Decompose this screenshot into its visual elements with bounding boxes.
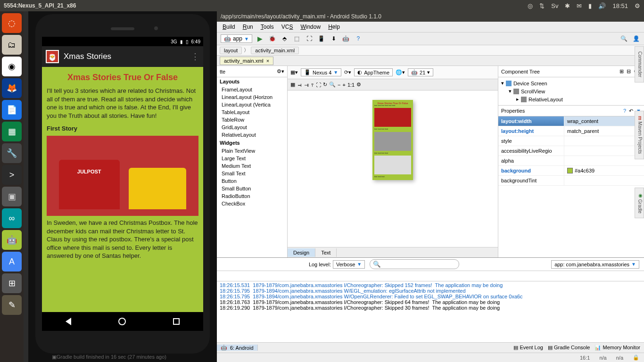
session-icon[interactable]: ⚙ <box>635 2 640 9</box>
palette-item[interactable]: Large Text <box>217 155 287 162</box>
launcher-settings-icon[interactable]: 🔧 <box>2 143 22 163</box>
align-left-icon[interactable]: ⫤ <box>297 82 302 88</box>
prop-key[interactable]: accessibilityLiveRegio <box>498 146 564 156</box>
nav-back-icon[interactable] <box>66 318 71 325</box>
ddms-icon[interactable]: 🤖 <box>342 34 350 43</box>
tool2-icon[interactable]: ⛶ <box>305 34 314 43</box>
side-tab-commander[interactable]: Commander <box>635 46 644 82</box>
status-lock-icon[interactable]: 🔒 <box>633 354 639 361</box>
palette-item[interactable]: Small Button <box>217 185 287 192</box>
locale-icon[interactable]: 🌐▾ <box>396 69 405 75</box>
prop-revert-icon[interactable]: ↶ <box>629 108 633 114</box>
launcher-android-icon[interactable]: 🤖 <box>2 230 22 250</box>
device-selector[interactable]: 📱 Nexus 4 ▼ <box>301 68 341 76</box>
align-right-icon[interactable]: ⫣ <box>304 82 309 88</box>
palette-list[interactable]: Layouts FrameLayoutLinearLayout (Horizon… <box>217 77 287 257</box>
palette-item[interactable]: Plain TextView <box>217 147 287 155</box>
breadcrumb-file[interactable]: activity_main.xml <box>251 47 299 54</box>
menu-window[interactable]: Window <box>297 23 323 31</box>
menu-run[interactable]: Run <box>240 23 256 31</box>
chrome-tray-icon[interactable]: ◎ <box>528 2 533 9</box>
refresh-icon[interactable]: ↻ <box>323 82 327 88</box>
logcat-output[interactable]: 18:26:15.531 1879-1879/com.janebabra.xma… <box>217 281 644 342</box>
launcher-arduino-icon[interactable]: ∞ <box>2 208 22 228</box>
prop-value[interactable]: #a4c639 <box>564 166 644 175</box>
breadcrumb-layout[interactable]: layout <box>220 47 242 54</box>
app-content[interactable]: Xmas Stories True Or False I'll tell you… <box>42 67 203 312</box>
palette-item[interactable]: Small Text <box>217 170 287 177</box>
prop-value[interactable]: wrap_content <box>564 116 644 126</box>
keyboard-icon[interactable]: Sv <box>551 2 558 9</box>
prop-help-icon[interactable]: ? <box>623 108 626 114</box>
side-tab-maven[interactable]: m Maven Projects <box>635 111 644 159</box>
zoom-fit-icon[interactable]: 🔍 <box>329 82 336 88</box>
api-selector[interactable]: 🤖 21▾ <box>408 68 433 76</box>
bluetooth-icon[interactable]: ✱ <box>565 2 570 9</box>
collapse-all-icon[interactable]: ⊟ <box>627 68 631 74</box>
palette-item[interactable]: RelativeLayout <box>217 131 287 139</box>
properties-table[interactable]: layout:widthwrap_contentlayout:heightmat… <box>498 116 644 257</box>
palette-item[interactable]: Button <box>217 177 287 185</box>
zoom-actual-icon[interactable]: 1:1 <box>347 82 355 88</box>
prop-key[interactable]: alpha <box>498 156 564 165</box>
palette-item[interactable]: Medium Text <box>217 162 287 170</box>
gradle-console-tab[interactable]: ▤ Gradle Console <box>548 345 590 351</box>
side-tab-gradle[interactable]: ◉ Gradle <box>635 188 644 219</box>
prop-value[interactable] <box>564 156 644 165</box>
logcat-search-input[interactable] <box>370 259 459 269</box>
palette-item[interactable]: TableLayout <box>217 108 287 116</box>
design-tool-icon[interactable]: ▦ <box>290 82 295 88</box>
palette-item[interactable]: TableRow <box>217 116 287 123</box>
theme-selector[interactable]: ◐ AppTheme <box>354 68 393 76</box>
prop-key[interactable]: background <box>498 166 564 175</box>
component-tree[interactable]: ▾ Device Screen ▾ ScrollView ▸ RelativeL… <box>498 77 644 105</box>
prop-value[interactable] <box>564 136 644 146</box>
avd-icon[interactable]: 📱 <box>317 34 326 43</box>
expand-icon[interactable]: ⛶ <box>316 82 321 88</box>
volume-icon[interactable]: 🔊 <box>598 2 606 9</box>
launcher-gimp-icon[interactable]: ✎ <box>2 295 22 315</box>
app-launcher-icon[interactable]: 🎅 <box>46 50 59 63</box>
close-tab-icon[interactable]: × <box>266 58 269 64</box>
palette-toggle-icon[interactable]: ▦▾ <box>290 69 298 75</box>
launcher-dash-icon[interactable]: ◌ <box>2 13 22 33</box>
help-icon[interactable]: ? <box>354 34 363 43</box>
menu-tools[interactable]: Tools <box>258 23 277 31</box>
mail-icon[interactable]: ✉ <box>577 2 582 9</box>
launcher-app-icon[interactable]: ▣ <box>2 187 22 206</box>
settings-icon[interactable]: ⚙ <box>356 82 361 88</box>
orientation-icon[interactable]: ⟳▾ <box>344 69 351 75</box>
log-level-selector[interactable]: Verbose▼ <box>333 260 365 269</box>
tab-design[interactable]: Design <box>288 248 315 257</box>
align-center-icon[interactable]: ⫯ <box>311 82 314 88</box>
prop-key[interactable]: layout:width <box>498 116 564 126</box>
event-log-tab[interactable]: ▤ Event Log <box>513 345 543 351</box>
prop-key[interactable]: style <box>498 136 564 146</box>
android-toolwindow-tab[interactable]: 🤖 6: Android <box>217 345 258 351</box>
menu-build[interactable]: Build <box>220 23 238 31</box>
tree-device-screen[interactable]: ▾ Device Screen <box>501 79 641 87</box>
logcat-process-selector[interactable]: app: com.janebabra.xmasstories▼ <box>551 260 639 269</box>
launcher-calculator-icon[interactable]: ⊞ <box>2 273 22 293</box>
expand-all-icon[interactable]: ⊞ <box>619 68 624 74</box>
tool1-icon[interactable]: ⬚ <box>293 34 301 43</box>
prop-value[interactable] <box>564 146 644 156</box>
tree-scrollview[interactable]: ▾ ScrollView <box>501 87 641 95</box>
palette-item[interactable]: CheckBox <box>217 200 287 207</box>
menu-help[interactable]: Help <box>325 23 343 31</box>
layout-preview[interactable]: Xmas Stories True Or False text text tex… <box>372 100 413 180</box>
zoom-in-icon[interactable]: + <box>342 82 345 88</box>
overflow-menu-icon[interactable]: ⋮ <box>191 51 199 62</box>
prop-key[interactable]: backgroundTint <box>498 176 564 185</box>
run-button[interactable]: ▶ <box>256 34 264 43</box>
zoom-out-icon[interactable]: − <box>338 82 340 88</box>
gear-icon[interactable]: ⚙▾ <box>277 68 284 74</box>
launcher-terminal-icon[interactable]: > <box>2 165 22 185</box>
clock[interactable]: 18:51 <box>612 2 628 9</box>
run-config-selector[interactable]: 🤖 app ▼ <box>221 34 252 43</box>
menu-vcs[interactable]: VCS <box>279 23 296 31</box>
prop-key[interactable]: layout:height <box>498 126 564 136</box>
network-icon[interactable]: ⇅ <box>539 2 545 9</box>
palette-item[interactable]: LinearLayout (Horizon <box>217 93 287 101</box>
user-icon[interactable]: 👤 <box>632 34 640 43</box>
